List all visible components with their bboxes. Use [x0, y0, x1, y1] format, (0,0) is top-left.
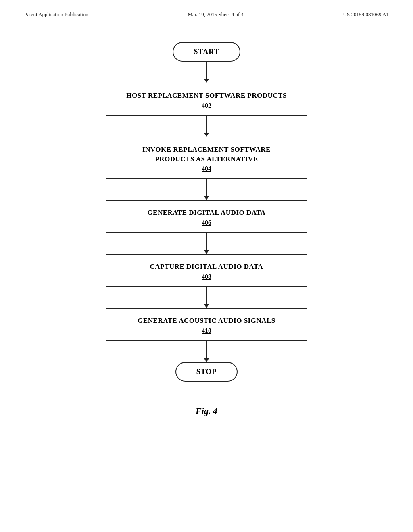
- step-406-ref: 406: [115, 219, 298, 227]
- arrow-head-3: [204, 196, 209, 200]
- step-402-box: HOST REPLACEMENT SOFTWARE PRODUCTS 402: [106, 83, 307, 116]
- header-right: US 2015/0081069 A1: [343, 11, 389, 18]
- arrow-head-4: [204, 250, 209, 254]
- step-408-text: CAPTURE DIGITAL AUDIO DATA: [115, 262, 298, 272]
- step-402-ref: 402: [115, 102, 298, 109]
- step-406-text: GENERATE DIGITAL AUDIO DATA: [115, 208, 298, 218]
- flowchart: START HOST REPLACEMENT SOFTWARE PRODUCTS…: [102, 42, 311, 382]
- step-410-box: GENERATE ACOUSTIC AUDIO SIGNALS 410: [106, 308, 307, 341]
- arrow-6: [204, 341, 209, 362]
- step-406-box: GENERATE DIGITAL AUDIO DATA 406: [106, 200, 307, 233]
- start-label: START: [194, 48, 219, 56]
- step-408-ref: 408: [115, 273, 298, 281]
- page-header: Patent Application Publication Mar. 19, …: [0, 0, 413, 18]
- step-404-ref: 404: [115, 165, 298, 172]
- step-404-box: INVOKE REPLACEMENT SOFTWAREPRODUCTS AS A…: [106, 137, 307, 179]
- arrow-3: [204, 179, 209, 200]
- header-middle: Mar. 19, 2015 Sheet 4 of 4: [188, 11, 244, 18]
- arrow-head-6: [204, 358, 209, 362]
- arrow-5: [204, 287, 209, 308]
- arrow-head-5: [204, 304, 209, 308]
- step-410-text: GENERATE ACOUSTIC AUDIO SIGNALS: [115, 316, 298, 326]
- arrow-line-5: [206, 287, 207, 304]
- start-node: START: [173, 42, 240, 62]
- header-left: Patent Application Publication: [24, 11, 88, 18]
- main-content: START HOST REPLACEMENT SOFTWARE PRODUCTS…: [0, 18, 413, 416]
- stop-label: STOP: [196, 368, 217, 376]
- step-402-text: HOST REPLACEMENT SOFTWARE PRODUCTS: [115, 91, 298, 100]
- stop-node: STOP: [175, 362, 238, 382]
- arrow-line-6: [206, 341, 207, 358]
- arrow-4: [204, 233, 209, 254]
- arrow-line-4: [206, 233, 207, 250]
- arrow-line-3: [206, 179, 207, 196]
- arrow-head-1: [204, 79, 209, 83]
- arrow-line-2: [206, 116, 207, 133]
- figure-caption: Fig. 4: [196, 406, 217, 416]
- step-410-ref: 410: [115, 327, 298, 335]
- arrow-head-2: [204, 133, 209, 137]
- step-408-box: CAPTURE DIGITAL AUDIO DATA 408: [106, 254, 307, 287]
- arrow-line-1: [206, 62, 207, 79]
- step-404-text: INVOKE REPLACEMENT SOFTWAREPRODUCTS AS A…: [115, 145, 298, 164]
- arrow-1: [204, 62, 209, 83]
- arrow-2: [204, 116, 209, 137]
